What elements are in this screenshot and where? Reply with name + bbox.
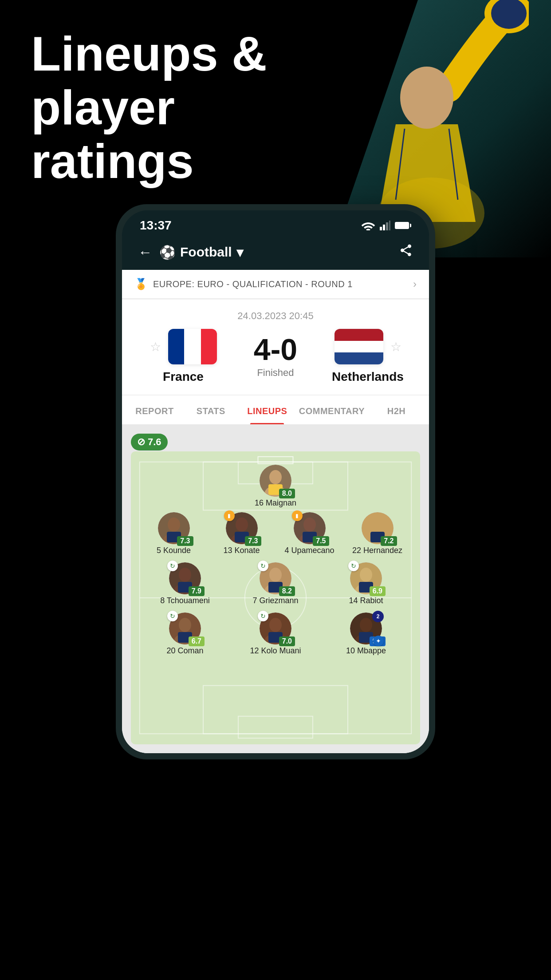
share-button[interactable] (399, 243, 413, 261)
match-card: 24.03.2023 20:45 ☆ (122, 300, 429, 395)
player-griezmann[interactable]: 8.2 ↻ 7 Griezmann (247, 562, 304, 605)
forwards-row: 6.7 ↻ 20 Coman (140, 612, 411, 656)
away-flag-wrapper: ☆ (335, 329, 401, 364)
away-flag (335, 329, 383, 364)
defenders-row: 7.3 5 Kounde (140, 512, 411, 555)
wifi-icon (361, 221, 375, 230)
svg-point-40 (360, 568, 372, 582)
sport-selector[interactable]: ⚽ Football ▾ (159, 245, 243, 260)
football-field: 8.0 16 Maignan (131, 451, 420, 744)
svg-point-37 (269, 568, 282, 582)
svg-point-34 (179, 568, 191, 582)
rating-kolo-muani: 7.0 (279, 636, 295, 646)
svg-point-31 (371, 518, 384, 532)
rating-kounde: 7.3 (177, 536, 193, 546)
svg-point-46 (269, 618, 282, 632)
player-name-mbappe: 10 Mbappe (346, 646, 386, 656)
netherlands-flag (335, 329, 383, 364)
away-favorite-button[interactable]: ☆ (390, 340, 401, 354)
phone-outer: 13:37 (116, 204, 435, 759)
league-header[interactable]: 🏅 EUROPE: EURO - QUALIFICATION - ROUND 1… (122, 270, 429, 299)
player-avatar-mbappe: 9.4 2 ✦ (350, 612, 382, 644)
player-name-rabiot: 14 Rabiot (349, 596, 383, 605)
player-avatar-tchouameni: 7.9 ↻ (169, 562, 201, 594)
tab-h2h[interactable]: H2H (368, 395, 425, 424)
rating-coman: 6.7 (189, 636, 205, 646)
player-name-kounde: 5 Kounde (157, 546, 191, 555)
avg-rating-value: 7.6 (148, 436, 161, 448)
player-avatar-rabiot: 6.9 ↻ (350, 562, 382, 594)
battery-indicator (395, 222, 411, 229)
player-avatar-griezmann: 8.2 ↻ (260, 562, 291, 594)
player-mbappe[interactable]: 9.4 2 ✦ 10 Mbappe (337, 612, 395, 656)
player-avatar-konate: 7.3 ▮ (226, 512, 258, 544)
svg-rect-7 (383, 225, 385, 230)
player-hernandez[interactable]: 7.2 22 Hernandez (349, 512, 406, 555)
player-kolo-muani[interactable]: 7.0 ↻ 12 Kolo Muani (247, 612, 304, 656)
goalkeeper-row: 8.0 16 Maignan (140, 465, 411, 508)
player-name-konate: 13 Konate (223, 546, 260, 555)
svg-point-43 (179, 618, 191, 632)
svg-point-28 (303, 518, 316, 532)
svg-point-3 (400, 67, 453, 129)
player-name-tchouameni: 8 Tchouameni (160, 596, 210, 605)
svg-point-19 (269, 470, 282, 484)
avg-rating-badge: ⊘ 7.6 (131, 434, 168, 450)
tab-commentary[interactable]: COMMENTARY (295, 395, 368, 424)
rating-upamecano: 7.5 (313, 536, 329, 546)
player-avatar-kounde: 7.3 (158, 512, 190, 544)
league-flag: 🏅 (134, 278, 148, 290)
player-name-kolo-muani: 12 Kolo Muani (250, 646, 301, 656)
nav-left: ← ⚽ Football ▾ (138, 244, 243, 261)
sport-label: Football (180, 245, 232, 260)
player-avatar-kolo-muani: 7.0 ↻ (260, 612, 291, 644)
france-flag (168, 329, 217, 364)
tabs-container: REPORT STATS LINEUPS COMMENTARY H2H (122, 395, 429, 425)
player-upamecano[interactable]: 7.5 ▮ 4 Upamecano (281, 512, 338, 555)
rating-hernandez: 7.2 (381, 536, 397, 546)
player-maignan[interactable]: 8.0 16 Maignan (247, 465, 304, 508)
sub-icon-griezmann: ↻ (258, 561, 268, 571)
home-flag (168, 329, 217, 364)
player-name-upamecano: 4 Upamecano (284, 546, 334, 555)
svg-rect-17 (238, 716, 313, 738)
player-avatar-hernandez: 7.2 (362, 512, 394, 544)
svg-point-25 (236, 518, 248, 532)
league-arrow-icon: › (413, 278, 417, 290)
svg-rect-6 (380, 227, 382, 230)
yellow-card-upamecano: ▮ (292, 510, 303, 521)
midfielders-row: 7.9 ↻ 8 Tchouameni (140, 562, 411, 605)
player-tchouameni[interactable]: 7.9 ↻ 8 Tchouameni (156, 562, 214, 605)
svg-rect-16 (203, 686, 348, 734)
match-status: Finished (254, 367, 297, 379)
player-avatar-maignan: 8.0 (260, 465, 291, 497)
tab-report[interactable]: REPORT (126, 395, 183, 424)
tab-stats[interactable]: STATS (183, 395, 239, 424)
player-kounde[interactable]: 7.3 5 Kounde (145, 512, 203, 555)
status-bar: 13:37 (122, 210, 429, 236)
match-score: 4-0 (254, 334, 297, 364)
match-teams: ☆ France (134, 329, 417, 384)
score-section: 4-0 Finished (254, 334, 297, 379)
rating-konate: 7.3 (245, 536, 261, 546)
signal-icon (380, 221, 390, 230)
yellow-card-konate: ▮ (224, 510, 235, 521)
svg-rect-9 (389, 221, 390, 230)
match-date: 24.03.2023 20:45 (134, 310, 417, 322)
back-button[interactable]: ← (138, 244, 152, 261)
home-favorite-button[interactable]: ☆ (150, 340, 161, 354)
player-konate[interactable]: 7.3 ▮ 13 Konate (213, 512, 271, 555)
status-time: 13:37 (140, 218, 172, 233)
status-icons (361, 221, 411, 230)
sub-icon-coman: ↻ (167, 611, 178, 621)
player-avatar-coman: 6.7 ↻ (169, 612, 201, 644)
rating-tchouameni: 7.9 (189, 586, 205, 596)
svg-point-22 (168, 518, 180, 532)
player-rabiot[interactable]: 6.9 ↻ 14 Rabiot (337, 562, 395, 605)
svg-point-49 (360, 618, 372, 632)
away-team-name: Netherlands (332, 370, 404, 384)
player-coman[interactable]: 6.7 ↻ 20 Coman (156, 612, 214, 656)
league-name: EUROPE: EURO - QUALIFICATION - ROUND 1 (153, 279, 353, 289)
tab-lineups[interactable]: LINEUPS (239, 395, 295, 424)
rating-rabiot: 6.9 (370, 586, 386, 596)
